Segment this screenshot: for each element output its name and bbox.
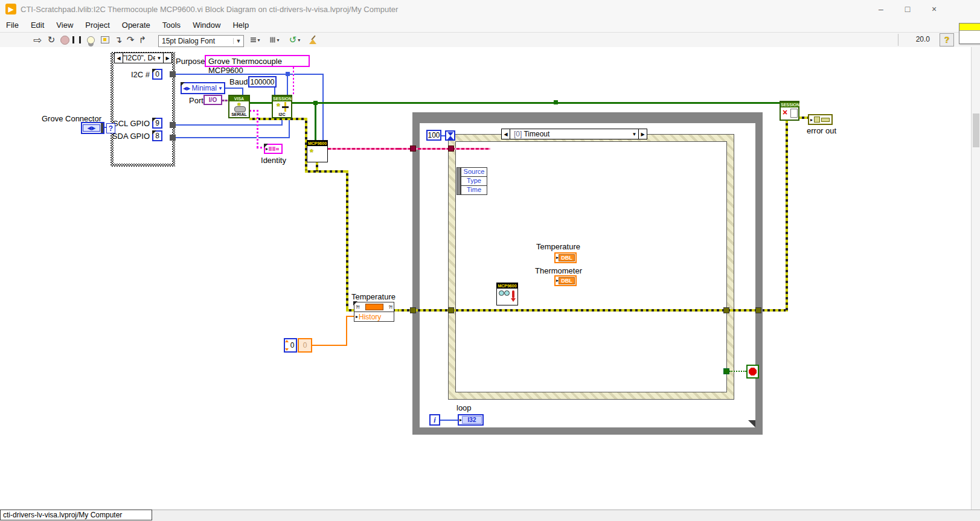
tunnel-class-event: [448, 145, 454, 152]
help-button[interactable]: ?: [940, 33, 954, 46]
glasses-icon: [499, 290, 504, 296]
navigation-window[interactable]: [959, 23, 980, 44]
menu-help[interactable]: Help: [226, 21, 255, 30]
event-field-type[interactable]: Type: [461, 176, 487, 186]
event-prev-icon[interactable]: ◀: [502, 129, 510, 139]
run-continuous-icon[interactable]: ↻: [45, 34, 57, 45]
case-prev-icon[interactable]: ◀: [115, 53, 123, 63]
step-into-icon[interactable]: ↴: [113, 34, 124, 45]
case-next-icon[interactable]: ▶: [163, 53, 171, 63]
thermometer-indicator[interactable]: ▸ DBL: [554, 275, 577, 286]
chart-icon: [365, 304, 383, 310]
toolbar: ⇨ ↻ ↴ ↷ ↱ 15pt Dialog Font ▼ ▾ ▾ ↺▾: [0, 32, 980, 48]
caret-icon: ▾: [298, 37, 300, 43]
step-over-icon[interactable]: ↷: [125, 34, 136, 45]
event-selector[interactable]: ◀ [0] Timeout ▼ ▶: [501, 129, 647, 139]
sda-gpio-constant[interactable]: 8: [152, 130, 162, 141]
open-asterisk-icon: *: [277, 103, 280, 109]
scrollbar-thumb[interactable]: [973, 113, 979, 147]
loop-condition-terminal[interactable]: [746, 365, 759, 379]
array-element-constant[interactable]: 0: [298, 338, 312, 353]
mcp9600-read-vi[interactable]: MCP9600: [496, 283, 518, 305]
menu-tools[interactable]: Tools: [156, 21, 187, 30]
tunnel-error-event-right: [723, 307, 729, 313]
event-dropdown-icon[interactable]: ▼: [630, 129, 638, 139]
timeout-constant[interactable]: 100: [426, 130, 441, 141]
visa-resource-constant[interactable]: I/O: [203, 95, 222, 105]
font-selector[interactable]: 15pt Dialog Font ▼: [158, 35, 244, 47]
pause-icon[interactable]: [72, 34, 81, 45]
menu-window[interactable]: Window: [187, 21, 226, 30]
distribute-objects-icon[interactable]: ▾: [267, 34, 283, 45]
string-glyph: [269, 147, 272, 151]
reorder-objects-icon[interactable]: ↺▾: [286, 34, 303, 45]
menu-file[interactable]: File: [0, 21, 25, 30]
event-structure-case[interactable]: [455, 141, 727, 392]
loop-iteration-terminal: i: [429, 414, 440, 426]
maximize-button[interactable]: □: [894, 0, 921, 18]
retain-wire-values-icon[interactable]: [100, 34, 110, 45]
case-selector[interactable]: ◀ "I2C0", Default ▼ ▶: [114, 53, 172, 63]
tunnel-sda: [170, 135, 176, 141]
wire-history-up: [346, 316, 347, 346]
event-next-icon[interactable]: ▶: [638, 129, 647, 139]
highlight-execution-icon[interactable]: [86, 34, 96, 45]
tunnel-i2c-number: [170, 71, 176, 77]
wire-error-mcp9600-open: [316, 162, 318, 171]
abort-icon[interactable]: [60, 34, 69, 45]
thermometer-label: Thermometer: [535, 266, 582, 275]
loop-counter-label: loop: [456, 403, 472, 412]
menu-view[interactable]: View: [50, 21, 79, 30]
transport-enum-constant[interactable]: ◀▶ Minimal ▼: [181, 82, 225, 94]
baud-constant[interactable]: 100000: [248, 76, 277, 88]
clean-up-diagram-icon[interactable]: [307, 34, 319, 45]
grove-connector-control[interactable]: ◀▶: [81, 122, 104, 134]
i2c-bus-tick: [282, 106, 289, 108]
chart-property-node-header[interactable]: ?! ?!: [354, 302, 394, 312]
event-field-source[interactable]: Source: [461, 167, 487, 177]
purpose-label: Purpose: [176, 57, 205, 66]
wire-visa-resource: [222, 100, 228, 101]
open-asterisk-icon: *: [310, 149, 313, 155]
wire-purpose: [293, 67, 294, 95]
visa-serial-vi[interactable]: VISA * SERIAL: [228, 95, 250, 118]
wire-sda-up: [289, 118, 290, 138]
identity-indicator[interactable]: ▸: [264, 144, 283, 154]
i2c-number-constant[interactable]: 0: [152, 69, 162, 80]
loop-resize-corner-icon: [748, 420, 755, 427]
minimize-button[interactable]: –: [868, 0, 894, 18]
run-icon[interactable]: ⇨: [31, 34, 43, 45]
array-index-cell[interactable]: 0: [284, 338, 297, 353]
execution-target-indicator: cti-drivers-lv-visa.lvproj/My Computer: [0, 510, 152, 520]
menu-project[interactable]: Project: [79, 21, 115, 30]
cluster-glyph: [814, 117, 820, 123]
scl-gpio-constant[interactable]: 9: [152, 118, 162, 129]
step-out-icon[interactable]: ↱: [137, 34, 148, 45]
mcp9600-open-vi[interactable]: MCP9600 *: [307, 140, 328, 162]
temperature-indicator[interactable]: ▸ DBL: [554, 252, 577, 263]
error-out-indicator[interactable]: ▸: [808, 114, 833, 125]
menu-operate[interactable]: Operate: [116, 21, 156, 30]
case-dropdown-icon[interactable]: ▼: [155, 53, 163, 63]
port-label: Port: [189, 96, 203, 105]
pause-bars: [72, 36, 81, 43]
baud-label: Baud: [229, 77, 248, 86]
horizontal-scrollbar[interactable]: [152, 510, 980, 521]
glasses-icon: [504, 290, 510, 296]
menu-edit[interactable]: Edit: [25, 21, 50, 30]
i32-type-tag: I32: [462, 416, 482, 424]
purpose-string-constant[interactable]: Grove Thermocouple MCP9600: [205, 55, 310, 67]
event-field-time[interactable]: Time: [461, 185, 487, 195]
vertical-scrollbar[interactable]: [971, 47, 980, 510]
block-diagram[interactable]: 1. Main Loop ◀ [0] Timeout ▼ ▶ 100 Sourc…: [0, 47, 980, 510]
history-property[interactable]: ▸ History: [354, 312, 394, 322]
session-close-vi[interactable]: SESSION ×: [780, 101, 799, 121]
temperature-label: Temperature: [536, 242, 580, 251]
close-button[interactable]: ×: [921, 0, 947, 18]
align-objects-icon[interactable]: ▾: [248, 34, 263, 45]
session-open-header: SESSION: [273, 96, 291, 101]
session-open-i2c-vi[interactable]: SESSION * I2C: [272, 95, 292, 118]
lightbulb-icon: [87, 36, 95, 44]
distribute-glyph: [270, 37, 276, 43]
loop-counter-indicator[interactable]: ▸ I32: [458, 414, 484, 426]
